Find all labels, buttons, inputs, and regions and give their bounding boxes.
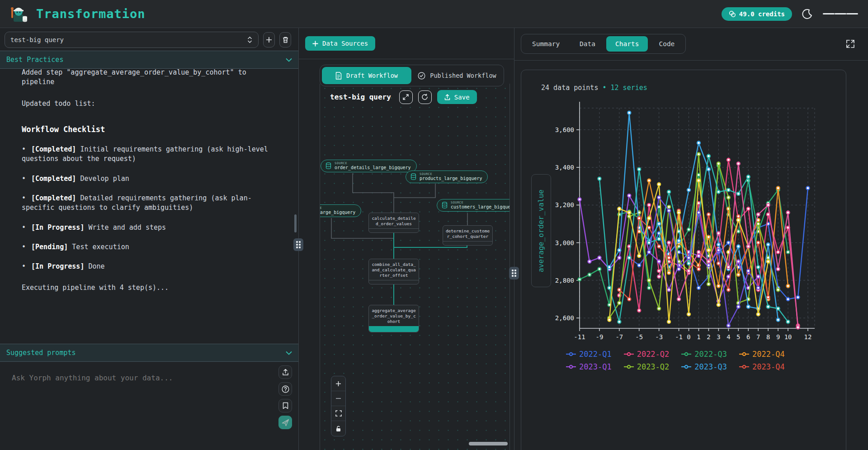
- svg-text:6: 6: [746, 333, 750, 341]
- document-icon: [335, 72, 342, 80]
- expand-canvas-button[interactable]: [399, 90, 413, 104]
- data-sources-button[interactable]: Data Sources: [305, 36, 375, 51]
- tab-charts[interactable]: Charts: [606, 36, 648, 52]
- chart-meta: 24 data points • 12 series: [541, 84, 647, 92]
- suggested-prompts-title: Suggested prompts: [6, 349, 76, 357]
- refresh-icon: [421, 94, 428, 100]
- source-node-order-details[interactable]: SOURCE order_details_large_bigquery: [321, 160, 417, 172]
- lock-button[interactable]: [331, 421, 345, 436]
- svg-text:-11: -11: [574, 333, 585, 341]
- legend-item[interactable]: 2023-Q2: [623, 362, 670, 371]
- unlock-icon: [335, 426, 341, 432]
- fullscreen-button[interactable]: [845, 39, 855, 49]
- svg-text:7: 7: [756, 333, 760, 341]
- minus-icon: [335, 398, 341, 399]
- zoom-in-button[interactable]: [331, 376, 345, 391]
- canvas-horizontal-scrollbar[interactable]: [469, 442, 508, 445]
- legend-item[interactable]: 2023-Q4: [739, 362, 785, 371]
- tab-data[interactable]: Data: [571, 36, 604, 52]
- app-title: Transformation: [36, 7, 146, 21]
- workflow-state-tabs: Draft Workflow Published Workflow: [320, 65, 504, 86]
- send-paper-plane-icon: [282, 419, 289, 426]
- legend-item[interactable]: 2023-Q3: [681, 362, 727, 371]
- question-circle-icon: [282, 385, 289, 393]
- tab-draft-workflow[interactable]: Draft Workflow: [322, 67, 411, 84]
- tab-code[interactable]: Code: [650, 36, 684, 52]
- workflow-checklist: •[Completed] Initial requirements gather…: [22, 145, 277, 271]
- bookmark-icon: [283, 402, 288, 409]
- pipeline-select[interactable]: test-big query: [5, 32, 259, 48]
- credits-label: 49.0 credits: [739, 10, 785, 18]
- new-pipeline-button[interactable]: [263, 32, 275, 47]
- send-button[interactable]: [278, 416, 292, 429]
- step-node-combine-all-data[interactable]: combine_all_data_and_calculate_quarter_o…: [368, 259, 419, 284]
- svg-text:-5: -5: [635, 333, 643, 341]
- legend-item[interactable]: 2023-Q1: [566, 362, 612, 371]
- chat-transcript: Added step "aggregate_average_order_valu…: [0, 69, 298, 344]
- svg-text:2,800: 2,800: [555, 277, 574, 284]
- chat-message: Updated todo list:: [22, 99, 277, 109]
- svg-text:8: 8: [766, 333, 770, 341]
- sidebar-scrollbar[interactable]: [294, 214, 297, 232]
- checklist-item: •[Completed] Initial requirements gather…: [22, 145, 277, 164]
- results-panel: Summary Data Charts Code 24 data points …: [514, 28, 868, 450]
- app-header: Transformation 49.0 credits: [0, 0, 868, 28]
- upload-icon: [444, 94, 450, 100]
- select-chevrons-icon: [247, 36, 253, 44]
- theme-toggle-moon-icon[interactable]: [802, 9, 813, 19]
- help-button[interactable]: [278, 382, 292, 396]
- legend-item[interactable]: 2022-Q2: [623, 350, 670, 359]
- svg-text:3: 3: [717, 333, 720, 341]
- step-node-calculate-detailed-order-values[interactable]: calculate_detailed_order_values: [368, 213, 419, 233]
- menu-hamburger-icon[interactable]: [823, 11, 858, 16]
- workflow-canvas[interactable]: test-big query Save: [320, 84, 510, 450]
- suggested-prompts-header[interactable]: Suggested prompts: [0, 344, 298, 362]
- database-icon: [326, 162, 331, 169]
- plus-icon: [266, 37, 272, 43]
- step-node-aggregate-average-order-value[interactable]: aggregate_average_order_value_by_cohort: [368, 305, 419, 332]
- save-button[interactable]: Save: [437, 90, 477, 104]
- result-view-tabs: Summary Data Charts Code: [521, 34, 686, 54]
- cohort-chart-svg: 2,6002,8003,0003,2003,4003,600-11-9-7-5-…: [541, 95, 826, 349]
- checklist-item: •[In Progress] Done: [22, 262, 277, 271]
- source-node-orders[interactable]: SOURCE rs_large_bigquery: [320, 204, 361, 217]
- upload-button[interactable]: [278, 365, 292, 379]
- svg-text:-1: -1: [675, 333, 683, 341]
- svg-text:3,200: 3,200: [555, 201, 574, 208]
- check-circle-icon: [418, 72, 425, 80]
- fit-view-button[interactable]: [331, 406, 345, 421]
- svg-text:2,600: 2,600: [555, 314, 574, 322]
- chevron-down-icon: [286, 58, 292, 62]
- panel-top-divider: [514, 60, 868, 61]
- refresh-canvas-button[interactable]: [418, 90, 432, 104]
- checklist-item: •[In Progress] Write and add steps: [22, 223, 277, 232]
- canvas-zoom-controls: [331, 376, 346, 436]
- source-node-products[interactable]: SOURCE products_large_bigquery: [406, 171, 488, 183]
- step-node-determine-customer-cohort-quarter[interactable]: determine_customer_cohort_quarter: [443, 225, 493, 246]
- svg-text:4: 4: [726, 333, 730, 341]
- bookmark-button[interactable]: [278, 399, 292, 412]
- database-icon: [442, 202, 448, 208]
- app-logo-gnome-icon: [10, 5, 29, 24]
- svg-text:3,600: 3,600: [555, 126, 574, 133]
- zoom-out-button[interactable]: [331, 391, 345, 406]
- source-node-customers[interactable]: SOURCE customers_large_bigquery: [437, 199, 510, 212]
- best-practices-header[interactable]: Best Practices: [0, 51, 298, 69]
- svg-text:1: 1: [697, 333, 700, 341]
- credits-badge[interactable]: 49.0 credits: [722, 7, 792, 21]
- pipeline-select-value: test-big query: [10, 36, 64, 43]
- legend-item[interactable]: 2022-Q3: [681, 350, 727, 359]
- data-points-count: 24 data points: [541, 84, 598, 92]
- tab-published-workflow[interactable]: Published Workflow: [412, 67, 502, 84]
- best-practices-title: Best Practices: [6, 56, 63, 64]
- tab-summary[interactable]: Summary: [523, 36, 569, 52]
- chat-status: Executing pipeline with 4 step(s)...: [22, 283, 277, 293]
- legend-item[interactable]: 2022-Q1: [566, 350, 612, 359]
- plus-icon: [312, 41, 318, 47]
- database-icon: [410, 173, 416, 180]
- legend-item[interactable]: 2022-Q4: [739, 350, 785, 359]
- svg-text:3,400: 3,400: [555, 164, 574, 171]
- delete-pipeline-button[interactable]: [279, 32, 291, 47]
- chat-input[interactable]: [12, 374, 294, 382]
- svg-text:-7: -7: [615, 333, 623, 341]
